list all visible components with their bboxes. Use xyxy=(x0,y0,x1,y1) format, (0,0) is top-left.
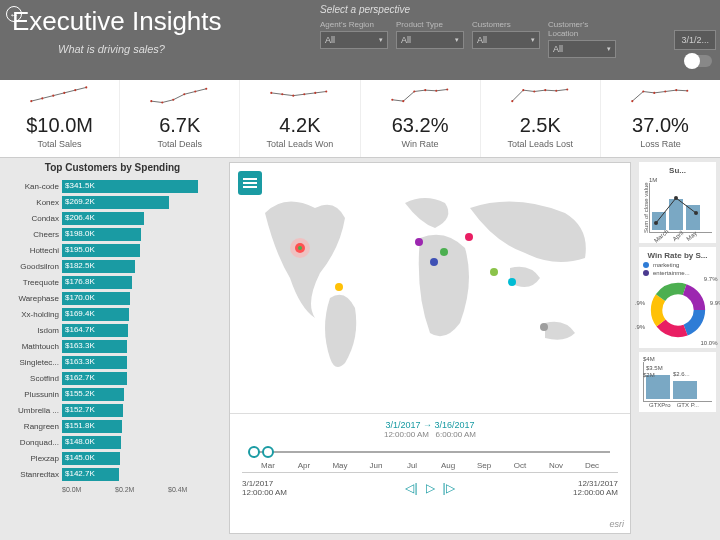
map-panel[interactable]: 3/1/2017 → 3/16/2017 12:00:00 AM 6:00:00… xyxy=(229,162,631,534)
filter-select[interactable]: All▾ xyxy=(472,31,540,49)
month-label: Sep xyxy=(466,461,502,470)
bar-row[interactable]: Isdom$164.7K xyxy=(4,323,221,338)
bar-value: $152.7K xyxy=(65,405,95,414)
bar-label: Goodsilron xyxy=(4,262,62,271)
right-chart-2[interactable]: Win Rate by S... marketingentertainme...… xyxy=(639,247,716,348)
svg-point-6 xyxy=(151,100,153,102)
map-marker[interactable] xyxy=(430,258,438,266)
svg-point-5 xyxy=(85,86,87,88)
bar-row[interactable]: Cheers$198.0K xyxy=(4,227,221,242)
chevron-down-icon: ▾ xyxy=(531,36,535,44)
map-marker[interactable] xyxy=(465,233,473,241)
timeline-play-icon[interactable]: ▷ xyxy=(426,481,435,495)
timeline-range-time: 12:00:00 AM 6:00:00 AM xyxy=(242,430,618,439)
timeline-handle-start[interactable] xyxy=(248,446,260,458)
slice-label: 9.9% xyxy=(635,300,645,306)
world-map[interactable] xyxy=(230,163,630,393)
map-marker[interactable] xyxy=(490,268,498,276)
bar-value: $155.2K xyxy=(65,389,95,398)
month-label: Jun xyxy=(358,461,394,470)
bar-value: $151.8K xyxy=(65,421,95,430)
kpi-label: Total Sales xyxy=(4,139,115,149)
bar-row[interactable]: Warephase$170.0K xyxy=(4,291,221,306)
filter-dropdown[interactable]: CustomersAll▾ xyxy=(472,20,540,58)
bar-label: Plussunin xyxy=(4,390,62,399)
bar-row[interactable]: Kan-code$341.5K xyxy=(4,179,221,194)
filter-select[interactable]: All▾ xyxy=(548,40,616,58)
timeline-next-icon[interactable]: |▷ xyxy=(443,481,455,495)
bar-value: $269.2K xyxy=(65,197,95,206)
timeline-prev-icon[interactable]: ◁| xyxy=(405,481,417,495)
svg-point-38 xyxy=(298,246,302,250)
timeline-track[interactable]: MarAprMayJunJulAugSepOctNovDec xyxy=(242,443,618,473)
timeline-range: 3/1/2017 → 3/16/2017 xyxy=(242,420,618,430)
bar-row[interactable]: Treequote$176.8K xyxy=(4,275,221,290)
bar-value: $341.5K xyxy=(65,181,95,190)
bar-row[interactable]: Rangreen$151.8K xyxy=(4,419,221,434)
back-button[interactable]: ← xyxy=(6,6,22,22)
filter-label: Customer's Location xyxy=(548,20,616,38)
bar-row[interactable]: Konex$269.2K xyxy=(4,195,221,210)
right-chart-1[interactable]: Su... Sum of close value 1M MarchAprilMa… xyxy=(639,162,716,243)
bar-row[interactable]: Scotfind$162.7K xyxy=(4,371,221,386)
bar-row[interactable]: Plexzap$145.0K xyxy=(4,451,221,466)
bar-row[interactable]: Stanredtax$142.7K xyxy=(4,467,221,482)
kpi-card[interactable]: $10.0MTotal Sales xyxy=(0,80,120,157)
bar-row[interactable]: Condax$206.4K xyxy=(4,211,221,226)
bar-label: Rangreen xyxy=(4,422,62,431)
month-label: May xyxy=(322,461,358,470)
bar[interactable]: $2.6... xyxy=(673,381,697,399)
kpi-label: Total Leads Lost xyxy=(485,139,596,149)
bar-row[interactable]: Singletec...$163.3K xyxy=(4,355,221,370)
bar-row[interactable]: Xx-holding$169.4K xyxy=(4,307,221,322)
filter-dropdown[interactable]: Customer's LocationAll▾ xyxy=(548,20,616,58)
kpi-value: 2.5K xyxy=(485,114,596,137)
kpi-card[interactable]: 2.5KTotal Leads Lost xyxy=(481,80,601,157)
slice-label: 9.7% xyxy=(704,276,718,282)
svg-point-21 xyxy=(424,89,426,91)
filter-dropdown[interactable]: Agent's RegionAll▾ xyxy=(320,20,388,58)
date-filter[interactable]: 3/1/2... xyxy=(674,30,716,50)
kpi-value: 6.7K xyxy=(124,114,235,137)
filter-select[interactable]: All▾ xyxy=(320,31,388,49)
map-marker[interactable] xyxy=(540,323,548,331)
bar-label: Donquad... xyxy=(4,438,62,447)
map-marker[interactable] xyxy=(508,278,516,286)
right-panel: Su... Sum of close value 1M MarchAprilMa… xyxy=(635,158,720,538)
kpi-card[interactable]: 4.2KTotal Leads Won xyxy=(240,80,360,157)
month-label: Oct xyxy=(502,461,538,470)
filter-dropdown[interactable]: Product TypeAll▾ xyxy=(396,20,464,58)
bar-value: $170.0K xyxy=(65,293,95,302)
right-chart-3[interactable]: $4M $3.5M$2.6... $2M GTXProGTX P... xyxy=(639,352,716,412)
svg-point-4 xyxy=(74,89,76,91)
bar-label: Umbrella ... xyxy=(4,406,62,415)
svg-point-15 xyxy=(304,93,306,95)
kpi-label: Win Rate xyxy=(365,139,476,149)
map-marker[interactable] xyxy=(335,283,343,291)
bar-row[interactable]: Mathtouch$163.3K xyxy=(4,339,221,354)
bar-row[interactable]: Plussunin$155.2K xyxy=(4,387,221,402)
bar-row[interactable]: Donquad...$148.0K xyxy=(4,435,221,450)
barchart-axis: $0.0M$0.2M$0.4M xyxy=(62,486,221,493)
bar-value: $163.3K xyxy=(65,357,95,366)
axis-tick: GTXPro xyxy=(649,402,671,408)
bar-row[interactable]: Hottechi$195.0K xyxy=(4,243,221,258)
kpi-card[interactable]: 6.7KTotal Deals xyxy=(120,80,240,157)
bar-row[interactable]: Goodsilron$182.5K xyxy=(4,259,221,274)
filter-label: Agent's Region xyxy=(320,20,388,29)
svg-point-34 xyxy=(675,89,677,91)
bar-value: $148.0K xyxy=(65,437,95,446)
svg-point-3 xyxy=(63,92,65,94)
map-marker[interactable] xyxy=(440,248,448,256)
kpi-value: 63.2% xyxy=(365,114,476,137)
map-menu-icon[interactable] xyxy=(238,171,262,195)
bar-label: Cheers xyxy=(4,230,62,239)
bar-row[interactable]: Umbrella ...$152.7K xyxy=(4,403,221,418)
map-marker[interactable] xyxy=(415,238,423,246)
timeline-handle-end[interactable] xyxy=(262,446,274,458)
kpi-card[interactable]: 63.2%Win Rate xyxy=(361,80,481,157)
bar[interactable]: $3.5M xyxy=(646,375,670,400)
kpi-card[interactable]: 37.0%Loss Rate xyxy=(601,80,720,157)
filter-select[interactable]: All▾ xyxy=(396,31,464,49)
toggle-switch[interactable] xyxy=(686,55,712,67)
